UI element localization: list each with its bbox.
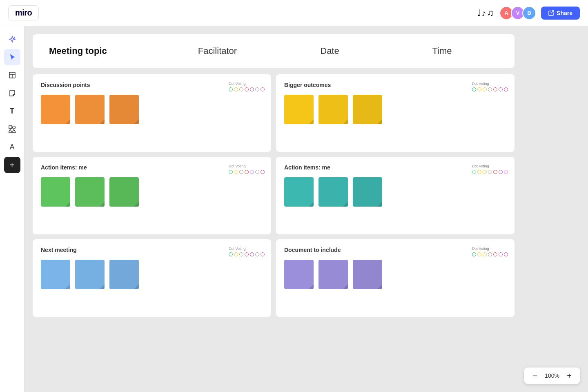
sticky-note[interactable] [75, 177, 105, 207]
sticky-note[interactable] [109, 260, 139, 289]
dot-voting-label: Dot Voting [229, 82, 246, 86]
dot[interactable] [472, 252, 476, 256]
sticky-note[interactable] [109, 177, 139, 207]
dot[interactable] [499, 170, 503, 174]
zoom-in-button[interactable]: + [564, 371, 574, 381]
dot[interactable] [477, 252, 481, 256]
stickies-next-meeting [41, 260, 263, 289]
dot[interactable] [488, 170, 492, 174]
dot[interactable] [477, 170, 481, 174]
ai-tool-button[interactable] [4, 31, 20, 47]
dot[interactable] [493, 87, 497, 91]
header-facilitator: Facilitator [161, 46, 274, 56]
dot-voting-label: Dot Voting [229, 247, 246, 251]
text-icon: T [10, 107, 14, 116]
dot[interactable] [261, 252, 265, 256]
shapes-tool-button[interactable] [4, 121, 20, 137]
sticky-note[interactable] [41, 260, 70, 289]
dot[interactable] [472, 87, 476, 91]
dot[interactable] [261, 170, 265, 174]
shapes-icon [9, 125, 16, 133]
sticky-note[interactable] [318, 260, 348, 289]
logo: miro [8, 5, 39, 20]
dot[interactable] [234, 87, 238, 91]
dot[interactable] [488, 87, 492, 91]
dot[interactable] [488, 252, 492, 256]
dot[interactable] [229, 170, 233, 174]
font-tool-button[interactable]: A [4, 139, 20, 155]
dot[interactable] [255, 252, 259, 256]
dot-voting-label: Dot Voting [472, 164, 489, 168]
select-tool-button[interactable] [4, 49, 20, 65]
dot[interactable] [234, 170, 238, 174]
dot[interactable] [229, 87, 233, 91]
dot[interactable] [499, 87, 503, 91]
section-discussion-points: Discussion pointsDot Voting [33, 74, 271, 152]
section-action-items-me-1: Action items: meDot Voting [33, 157, 271, 234]
dot[interactable] [477, 87, 481, 91]
dots-row [472, 87, 508, 91]
sticky-note[interactable] [353, 260, 382, 289]
dot[interactable] [261, 87, 265, 91]
canvas: Meeting topic Facilitator Date Time Disc… [24, 26, 588, 392]
topbar-right: ♩♪♫ A V B Share [477, 6, 580, 20]
dot[interactable] [250, 252, 254, 256]
dot[interactable] [255, 87, 259, 91]
sticky-note[interactable] [41, 177, 70, 207]
sticky-note[interactable] [41, 95, 70, 124]
dot[interactable] [245, 87, 249, 91]
sticky-note[interactable] [284, 95, 314, 124]
section-next-meeting: Next meetingDot Voting [33, 239, 271, 317]
sticky-note[interactable] [75, 95, 105, 124]
dot[interactable] [504, 87, 508, 91]
avatars: A V B [499, 6, 536, 20]
table-tool-button[interactable] [4, 67, 20, 83]
sticky-note[interactable] [75, 260, 105, 289]
dot[interactable] [239, 87, 243, 91]
ai-icon [9, 36, 16, 43]
dot[interactable] [234, 252, 238, 256]
text-tool-button[interactable]: T [4, 103, 20, 119]
dot[interactable] [245, 170, 249, 174]
dot[interactable] [472, 170, 476, 174]
dot[interactable] [250, 87, 254, 91]
stickies-action-items-me-1 [41, 177, 263, 207]
emoji-icons: ♩♪♫ [477, 8, 495, 18]
sticky-note[interactable] [109, 95, 139, 124]
avatar-3: B [522, 6, 536, 20]
dot[interactable] [493, 170, 497, 174]
dot-voting-action-items-me-1: Dot Voting [229, 164, 265, 174]
dot-voting-label: Dot Voting [472, 82, 489, 86]
dot[interactable] [245, 252, 249, 256]
sidebar: T A + [0, 26, 24, 392]
dot[interactable] [483, 170, 487, 174]
header-time: Time [386, 46, 498, 56]
dot[interactable] [255, 170, 259, 174]
add-tool-button[interactable]: + [4, 157, 20, 173]
note-tool-button[interactable] [4, 85, 20, 101]
share-button[interactable]: Share [541, 7, 580, 20]
dot[interactable] [499, 252, 503, 256]
dot[interactable] [493, 252, 497, 256]
dot[interactable] [239, 252, 243, 256]
dot[interactable] [229, 252, 233, 256]
dot[interactable] [250, 170, 254, 174]
dot[interactable] [504, 252, 508, 256]
sticky-note[interactable] [353, 95, 382, 124]
sticky-note[interactable] [353, 177, 382, 207]
dot-voting-label: Dot Voting [472, 247, 489, 251]
topbar: miro ♩♪♫ A V B Share [0, 0, 588, 26]
stickies-action-items-me-2 [284, 177, 506, 207]
sticky-note[interactable] [318, 177, 348, 207]
zoom-out-button[interactable]: − [530, 371, 540, 381]
meeting-header: Meeting topic Facilitator Date Time [33, 34, 514, 68]
dot[interactable] [483, 252, 487, 256]
zoom-controls: − 100% + [524, 368, 580, 384]
dot[interactable] [239, 170, 243, 174]
dot[interactable] [483, 87, 487, 91]
sticky-note[interactable] [284, 260, 314, 289]
stickies-discussion-points [41, 95, 263, 124]
dot[interactable] [504, 170, 508, 174]
sticky-note[interactable] [318, 95, 348, 124]
sticky-note[interactable] [284, 177, 314, 207]
